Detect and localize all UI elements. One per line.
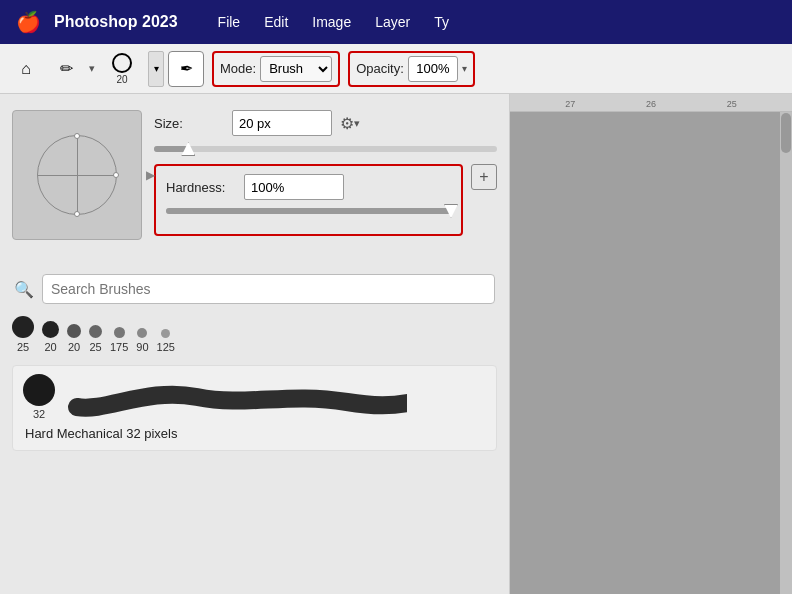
preset-item[interactable]: 90	[136, 328, 148, 353]
hardness-input[interactable]	[244, 174, 344, 200]
mode-label: Mode:	[220, 61, 256, 76]
scroll-thumb[interactable]	[781, 113, 791, 153]
preset-dot	[67, 324, 81, 338]
crosshair-vertical	[77, 136, 78, 214]
brush-panel: ▶ Size: ⚙ ▾	[0, 94, 510, 594]
preset-label: 125	[157, 341, 175, 353]
add-button[interactable]: +	[471, 164, 497, 190]
menu-edit[interactable]: Edit	[252, 0, 300, 44]
large-brush-dot	[23, 374, 55, 406]
ruler-mark-25: 25	[727, 99, 737, 109]
hardness-label: Hardness:	[166, 180, 236, 195]
hardness-slider-fill	[166, 208, 451, 214]
brush-dropdown-arrow[interactable]: ▾	[89, 62, 95, 75]
menu-layer[interactable]: Layer	[363, 0, 422, 44]
handle-right[interactable]	[113, 172, 119, 178]
large-brush-inner: 32	[23, 374, 486, 420]
preset-dot	[161, 329, 170, 338]
size-slider-row	[154, 146, 497, 152]
brush-preview-circle	[37, 135, 117, 215]
preset-label: 25	[17, 341, 29, 353]
brush-icon: ✏	[60, 59, 73, 78]
app-name: Photoshop 2023	[46, 13, 186, 31]
brush-top-section: ▶ Size: ⚙ ▾	[12, 110, 497, 258]
scroll-bar[interactable]	[780, 112, 792, 594]
menu-type[interactable]: Ty	[422, 0, 461, 44]
gear-dropdown-arrow: ▾	[354, 117, 360, 130]
gear-button[interactable]: ⚙ ▾	[340, 114, 360, 133]
ruler-mark-26: 26	[646, 99, 656, 109]
preset-item[interactable]: 175	[110, 327, 128, 353]
ruler-top: 27 26 25	[510, 94, 792, 112]
size-row: Size: ⚙ ▾	[154, 110, 497, 136]
large-brush-label: Hard Mechanical 32 pixels	[23, 426, 179, 441]
brush-circle-preview	[112, 53, 132, 73]
hardness-section: Hardness:	[154, 164, 463, 236]
ruler-mark-27: 27	[565, 99, 575, 109]
brush-stroke-svg	[67, 377, 407, 417]
handle-bottom[interactable]	[74, 211, 80, 217]
hardness-row: Hardness:	[166, 174, 451, 200]
canvas-area: 27 26 25	[510, 94, 792, 594]
brush-stroke-preview	[67, 377, 486, 417]
search-icon: 🔍	[14, 280, 34, 299]
preset-item[interactable]: 20	[67, 324, 81, 353]
preset-label: 90	[136, 341, 148, 353]
home-icon: ⌂	[21, 60, 31, 78]
preset-dot	[89, 325, 102, 338]
opacity-input[interactable]	[408, 56, 458, 82]
canvas-background[interactable]	[510, 112, 792, 594]
size-slider-track[interactable]	[154, 146, 497, 152]
preset-dot	[12, 316, 34, 338]
size-input[interactable]	[232, 110, 332, 136]
brush-controls: Size: ⚙ ▾	[154, 110, 497, 258]
preset-dot	[114, 327, 125, 338]
size-label: Size:	[154, 116, 224, 131]
hardness-slider-row	[166, 208, 451, 214]
search-input[interactable]	[42, 274, 495, 304]
preset-label: 20	[68, 341, 80, 353]
preset-item[interactable]: 125	[157, 329, 175, 353]
ruler-marks: 27 26 25	[510, 99, 792, 109]
brush-size-display: 20	[116, 74, 127, 85]
opacity-group: Opacity: ▾	[348, 51, 475, 87]
size-slider-fill	[154, 146, 188, 152]
mode-select[interactable]: Brush Normal Pencil Erase	[260, 56, 332, 82]
preset-dot	[137, 328, 147, 338]
brush-presets-row: 25 20 20 25 175 90	[12, 316, 497, 353]
gear-icon: ⚙	[340, 114, 354, 133]
preset-label: 20	[44, 341, 56, 353]
preset-label: 25	[89, 341, 101, 353]
apple-logo-icon[interactable]: 🍎	[10, 0, 46, 44]
mode-group: Mode: Brush Normal Pencil Erase	[212, 51, 340, 87]
brush-preview: ▶	[12, 110, 142, 240]
opacity-label: Opacity:	[356, 61, 404, 76]
search-section: 🔍	[12, 274, 497, 304]
pen-icon: ✒	[180, 59, 193, 78]
preset-dot	[42, 321, 59, 338]
main-area: ▶ Size: ⚙ ▾	[0, 94, 792, 594]
menu-file[interactable]: File	[206, 0, 253, 44]
large-brush-size: 32	[33, 408, 45, 420]
preview-arrow-right: ▶	[146, 168, 155, 182]
brush-tool-button[interactable]: ✏	[48, 51, 84, 87]
menu-bar: 🍎 Photoshop 2023 File Edit Image Layer T…	[0, 0, 792, 44]
home-button[interactable]: ⌂	[8, 51, 44, 87]
preset-item[interactable]: 25	[89, 325, 102, 353]
brush-size-dropdown[interactable]: ▾	[148, 51, 164, 87]
preset-label: 175	[110, 341, 128, 353]
brush-size-widget: 20	[100, 51, 144, 87]
large-brush-preview: 32	[23, 374, 55, 420]
hardness-slider-track[interactable]	[166, 208, 451, 214]
large-brush-row[interactable]: 32 Hard Mechanical 32 pixels	[12, 365, 497, 451]
handle-top[interactable]	[74, 133, 80, 139]
menu-image[interactable]: Image	[300, 0, 363, 44]
opacity-dropdown-arrow[interactable]: ▾	[462, 63, 467, 74]
toolbar: ⌂ ✏ ▾ 20 ▾ ✒ Mode: Brush Normal Pencil E…	[0, 44, 792, 94]
pen-tool-button[interactable]: ✒	[168, 51, 204, 87]
preset-item[interactable]: 20	[42, 321, 59, 353]
preset-item[interactable]: 25	[12, 316, 34, 353]
